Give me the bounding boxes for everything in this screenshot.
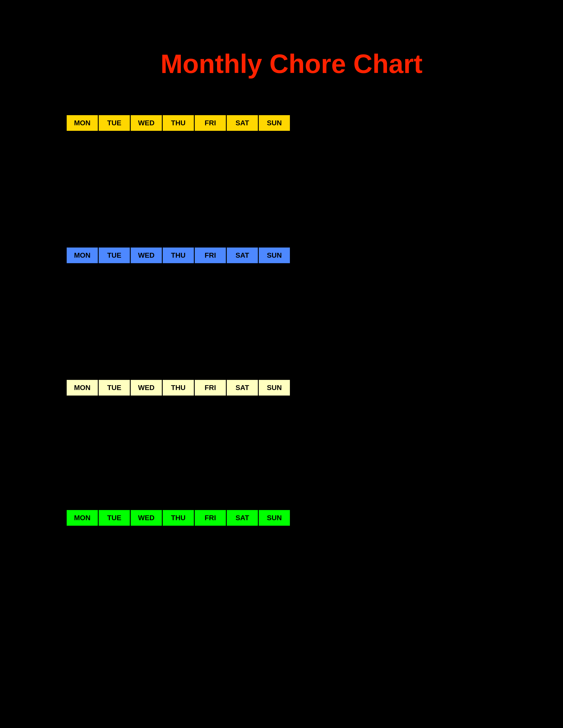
week1-wed: WED xyxy=(130,115,162,131)
week3-tue: TUE xyxy=(98,379,130,396)
week2-wed: WED xyxy=(130,247,162,264)
week2-days: MON TUE WED THU FRI SAT SUN xyxy=(66,247,290,264)
week1-days: MON TUE WED THU FRI SAT SUN xyxy=(66,115,290,131)
week3-fri: FRI xyxy=(194,379,226,396)
week4-thu: THU xyxy=(162,510,194,526)
week2-row: MON TUE WED THU FRI SAT SUN xyxy=(66,247,290,264)
week2-sat: SAT xyxy=(226,247,258,264)
week1-fri: FRI xyxy=(194,115,226,131)
week3-thu: THU xyxy=(162,379,194,396)
week1-row: MON TUE WED THU FRI SAT SUN xyxy=(66,115,290,131)
week4-mon: MON xyxy=(66,510,98,526)
week2-tue: TUE xyxy=(98,247,130,264)
week4-row: MON TUE WED THU FRI SAT SUN xyxy=(66,510,290,526)
week1-sun: SUN xyxy=(258,115,290,131)
week2-sun: SUN xyxy=(258,247,290,264)
week4-tue: TUE xyxy=(98,510,130,526)
week2-mon: MON xyxy=(66,247,98,264)
week4-days: MON TUE WED THU FRI SAT SUN xyxy=(66,510,290,526)
week4-wed: WED xyxy=(130,510,162,526)
page-container: Monthly Chore Chart MON TUE WED THU FRI … xyxy=(0,0,563,728)
week4-sun: SUN xyxy=(258,510,290,526)
week3-mon: MON xyxy=(66,379,98,396)
week3-sun: SUN xyxy=(258,379,290,396)
week3-row: MON TUE WED THU FRI SAT SUN xyxy=(66,379,290,396)
page-title: Monthly Chore Chart xyxy=(160,49,423,79)
week1-thu: THU xyxy=(162,115,194,131)
week4-sat: SAT xyxy=(226,510,258,526)
week1-tue: TUE xyxy=(98,115,130,131)
week1-mon: MON xyxy=(66,115,98,131)
week3-sat: SAT xyxy=(226,379,258,396)
week2-fri: FRI xyxy=(194,247,226,264)
week4-fri: FRI xyxy=(194,510,226,526)
week2-thu: THU xyxy=(162,247,194,264)
week3-wed: WED xyxy=(130,379,162,396)
week3-days: MON TUE WED THU FRI SAT SUN xyxy=(66,379,290,396)
week1-sat: SAT xyxy=(226,115,258,131)
